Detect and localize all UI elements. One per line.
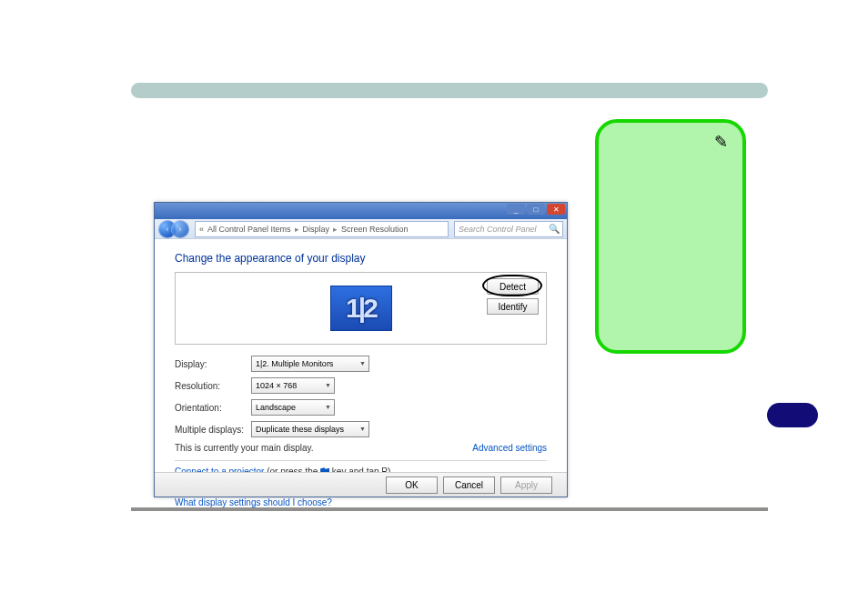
breadcrumb[interactable]: « All Control Panel Items ▸ Display ▸ Sc… [195, 221, 449, 237]
resolution-label: Resolution: [175, 381, 251, 391]
chevron-down-icon: ▼ [325, 404, 331, 410]
main-display-text: This is currently your main display. [175, 443, 314, 453]
search-input[interactable]: Search Control Panel 🔍 [454, 221, 563, 237]
identify-button[interactable]: Identify [487, 298, 539, 315]
monitor-thumbnail[interactable]: 1|2 [330, 286, 392, 331]
capsule-button[interactable] [767, 403, 818, 427]
forward-button[interactable]: › [171, 220, 189, 238]
monitor-ids: 1|2 [346, 293, 376, 324]
multiple-displays-label: Multiple displays: [175, 425, 251, 435]
maximize-button[interactable]: □ [527, 204, 545, 215]
search-placeholder: Search Control Panel [459, 225, 537, 234]
resolution-select[interactable]: 1024 × 768▼ [251, 377, 335, 394]
window-titlebar[interactable]: _ □ ✕ [155, 203, 567, 219]
display-select[interactable]: 1|2. Multiple Monitors▼ [251, 356, 369, 372]
dialog-body: Change the appearance of your display 1|… [155, 239, 567, 474]
chevron-right-icon: ▸ [295, 225, 299, 234]
advanced-settings-link[interactable]: Advanced settings [472, 443, 547, 453]
pencil-icon: ✎ [714, 132, 728, 153]
chevron-down-icon: ▼ [359, 360, 366, 366]
breadcrumb-item[interactable]: All Control Panel Items [207, 225, 291, 234]
breadcrumb-lead: « [199, 225, 204, 234]
address-bar: ‹ › « All Control Panel Items ▸ Display … [155, 219, 567, 239]
chevron-right-icon: ▸ [333, 225, 338, 234]
monitor-preview-area[interactable]: 1|2 Detect Identify [175, 272, 547, 345]
apply-button[interactable]: Apply [500, 477, 552, 494]
breadcrumb-item[interactable]: Screen Resolution [341, 225, 409, 234]
page-title: Change the appearance of your display [175, 252, 547, 265]
dialog-footer: OK Cancel Apply [155, 472, 567, 497]
detect-button[interactable]: Detect [487, 278, 539, 295]
ok-button[interactable]: OK [386, 477, 438, 494]
cancel-button[interactable]: Cancel [443, 477, 495, 494]
display-label: Display: [175, 359, 251, 369]
multiple-displays-select[interactable]: Duplicate these displays▼ [251, 421, 369, 437]
chevron-down-icon: ▼ [325, 382, 331, 388]
minimize-button[interactable]: _ [507, 204, 525, 215]
chevron-down-icon: ▼ [359, 426, 366, 432]
breadcrumb-item[interactable]: Display [303, 225, 330, 234]
close-button[interactable]: ✕ [547, 204, 565, 215]
search-icon: 🔍 [549, 224, 560, 234]
display-help-link[interactable]: What display settings should I choose? [175, 497, 547, 507]
orientation-select[interactable]: Landscape▼ [251, 399, 335, 416]
note-box: ✎ [595, 119, 746, 354]
bottom-divider [131, 507, 768, 511]
orientation-label: Orientation: [175, 403, 251, 413]
divider [175, 460, 547, 461]
header-pill [131, 83, 768, 98]
screen-resolution-window: _ □ ✕ ‹ › « All Control Panel Items ▸ Di… [154, 202, 568, 497]
